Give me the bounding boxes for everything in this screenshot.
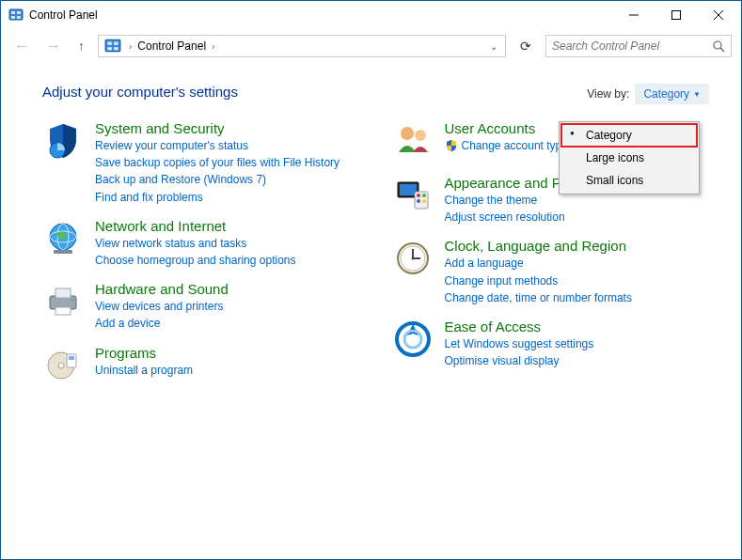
breadcrumb-sep: › <box>125 41 135 52</box>
svg-rect-32 <box>400 184 417 195</box>
svg-rect-2 <box>17 11 21 14</box>
breadcrumb[interactable]: Control Panel <box>135 39 208 53</box>
svg-rect-22 <box>55 288 71 298</box>
category-link[interactable]: Back up and Restore (Windows 7) <box>95 172 339 187</box>
category-title[interactable]: Clock, Language and Region <box>445 238 632 254</box>
svg-rect-33 <box>415 192 428 209</box>
clock-icon <box>392 238 434 279</box>
category-hardware-sound: Hardware and Sound View devices and prin… <box>42 281 364 331</box>
svg-point-34 <box>417 194 420 197</box>
category-link[interactable]: Change input methods <box>445 273 632 288</box>
category-link[interactable]: Add a device <box>95 316 229 331</box>
category-link[interactable]: Review your computer's status <box>95 138 339 153</box>
svg-point-26 <box>58 363 64 368</box>
category-clock-language-region: Clock, Language and Region Add a languag… <box>392 238 714 305</box>
category-system-security: System and Security Review your computer… <box>42 120 364 205</box>
category-link[interactable]: Add a language <box>445 256 632 271</box>
shield-icon <box>42 120 84 162</box>
category-network-internet: Network and Internet View network status… <box>42 218 364 268</box>
breadcrumb-sep: › <box>208 41 218 52</box>
viewby-option-small-icons[interactable]: Small icons <box>561 169 697 192</box>
svg-rect-13 <box>114 47 118 50</box>
svg-point-30 <box>415 130 426 141</box>
navbar: ← → ↑ › Control Panel › ⌄ ⟳ <box>1 29 741 63</box>
viewby-option-large-icons[interactable]: Large icons <box>561 147 697 169</box>
category-link[interactable]: View network status and tasks <box>95 236 295 251</box>
category-title[interactable]: User Accounts <box>445 120 568 136</box>
window: Control Panel ← → ↑ › Control Panel › ⌄ … <box>0 0 742 560</box>
svg-rect-10 <box>107 42 112 45</box>
svg-point-29 <box>401 127 414 140</box>
svg-rect-4 <box>17 16 21 19</box>
address-dropdown-icon[interactable]: ⌄ <box>484 41 503 52</box>
svg-rect-23 <box>55 307 71 315</box>
up-button[interactable]: ↑ <box>74 37 88 55</box>
window-title: Control Panel <box>29 8 612 22</box>
category-link[interactable]: Find and fix problems <box>95 190 339 205</box>
svg-point-37 <box>422 199 426 203</box>
appearance-icon <box>392 175 434 216</box>
back-button[interactable]: ← <box>10 36 33 56</box>
printer-icon <box>42 281 84 322</box>
category-link-row: Change account type <box>445 138 568 153</box>
search-input[interactable] <box>552 39 713 53</box>
category-link[interactable]: Change the theme <box>445 193 649 208</box>
viewby-option-category[interactable]: Category <box>561 124 697 147</box>
control-panel-icon <box>8 8 24 23</box>
svg-rect-12 <box>107 47 112 50</box>
category-programs: Programs Uninstall a program <box>42 345 364 386</box>
close-button[interactable] <box>697 2 739 29</box>
globe-icon <box>42 218 84 259</box>
category-link[interactable]: Uninstall a program <box>95 363 193 378</box>
category-link[interactable]: Change account type <box>462 138 568 153</box>
viewby-label: View by: <box>587 87 629 101</box>
ease-of-access-icon <box>392 319 434 360</box>
search-icon <box>713 40 725 53</box>
category-title[interactable]: Network and Internet <box>95 218 295 234</box>
svg-line-15 <box>720 48 724 52</box>
titlebar: Control Panel <box>1 1 741 29</box>
svg-rect-28 <box>69 356 74 360</box>
category-link[interactable]: Let Windows suggest settings <box>445 336 594 351</box>
viewby-control: View by: Category ▼ Category Large icons… <box>587 84 709 104</box>
svg-point-14 <box>714 41 721 49</box>
svg-rect-1 <box>11 11 15 14</box>
maximize-button[interactable] <box>655 2 697 29</box>
svg-point-24 <box>71 299 74 302</box>
category-link[interactable]: Save backup copies of your files with Fi… <box>95 155 339 170</box>
category-link[interactable]: Adjust screen resolution <box>445 210 649 225</box>
svg-rect-20 <box>54 250 72 254</box>
minimize-button[interactable] <box>612 2 655 29</box>
category-link[interactable]: Change date, time or number formats <box>445 290 632 305</box>
viewby-button[interactable]: Category ▼ <box>635 84 709 104</box>
svg-rect-3 <box>11 16 15 19</box>
viewby-menu: Category Large icons Small icons <box>559 121 700 194</box>
category-link[interactable]: Optimise visual display <box>445 353 594 368</box>
svg-point-35 <box>422 194 426 197</box>
forward-button[interactable]: → <box>42 36 65 56</box>
svg-point-42 <box>411 257 414 260</box>
category-link[interactable]: Choose homegroup and sharing options <box>95 253 295 268</box>
svg-rect-11 <box>114 42 118 45</box>
disc-icon <box>42 345 84 386</box>
category-title[interactable]: Ease of Access <box>445 319 594 334</box>
address-icon <box>104 38 121 54</box>
category-ease-of-access: Ease of Access Let Windows suggest setti… <box>392 319 714 368</box>
address-bar[interactable]: › Control Panel › ⌄ <box>98 35 506 57</box>
users-icon <box>392 120 434 162</box>
uac-shield-icon <box>445 139 458 152</box>
chevron-down-icon: ▼ <box>693 90 701 99</box>
search-box[interactable] <box>545 35 732 57</box>
svg-point-36 <box>417 199 420 203</box>
viewby-value: Category <box>643 87 689 101</box>
category-title[interactable]: System and Security <box>95 120 339 136</box>
content-area: Adjust your computer's settings View by:… <box>1 63 741 559</box>
svg-rect-6 <box>671 11 680 20</box>
category-link[interactable]: View devices and printers <box>95 299 229 314</box>
left-column: System and Security Review your computer… <box>42 120 364 386</box>
category-title[interactable]: Programs <box>95 345 193 361</box>
refresh-button[interactable]: ⟳ <box>515 39 536 54</box>
category-title[interactable]: Hardware and Sound <box>95 281 229 297</box>
